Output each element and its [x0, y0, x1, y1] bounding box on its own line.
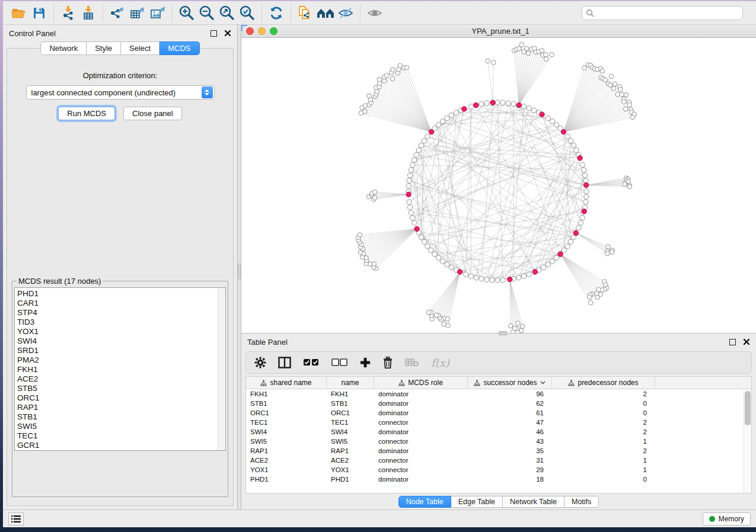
table-scrollbar[interactable]	[744, 390, 751, 493]
add-column-button[interactable]	[360, 357, 371, 368]
column-header-name[interactable]: name	[327, 377, 374, 389]
table-cell[interactable]: connector	[374, 437, 468, 446]
table-settings-button[interactable]	[254, 357, 266, 368]
list-item[interactable]: SWI4	[17, 336, 225, 346]
zoom-selected-button[interactable]	[237, 4, 257, 23]
table-cell[interactable]: SWI4	[327, 427, 374, 437]
table-row[interactable]: PHD1PHD1dominator180	[246, 475, 751, 484]
table-cell[interactable]: 1	[552, 437, 655, 446]
table-cell[interactable]: dominator	[374, 408, 468, 418]
column-header-successor-nodes[interactable]: successor nodes	[468, 377, 552, 389]
table-cell[interactable]: 29	[468, 465, 552, 475]
table-cell[interactable]: connector	[374, 456, 468, 465]
clone-network-button[interactable]	[295, 4, 315, 23]
list-item[interactable]: YOX1	[17, 327, 225, 336]
table-cell[interactable]: dominator	[374, 399, 468, 408]
close-panel-icon[interactable]	[224, 30, 231, 37]
zoom-out-button[interactable]	[197, 4, 217, 23]
table-cell[interactable]: TEC1	[246, 418, 327, 427]
float-panel-icon[interactable]	[729, 339, 736, 345]
table-row[interactable]: SWI5SWI5connector431	[246, 437, 751, 446]
table-cell[interactable]: 46	[468, 427, 552, 437]
table-row[interactable]: ACE2ACE2connector311	[246, 456, 751, 465]
table-cell[interactable]: TEC1	[327, 418, 374, 427]
network-window-titlebar[interactable]: YPA_prune.txt_1	[241, 25, 756, 38]
network-canvas[interactable]	[241, 39, 756, 333]
table-cell[interactable]: STB1	[327, 399, 374, 408]
table-cell[interactable]: 35	[468, 446, 552, 456]
table-cell[interactable]: 0	[552, 408, 655, 418]
tab-motifs[interactable]: Motifs	[564, 496, 599, 508]
table-cell[interactable]: STB1	[246, 399, 327, 408]
list-item[interactable]: SWI5	[17, 422, 225, 431]
table-cell[interactable]: dominator	[374, 475, 468, 484]
table-cell[interactable]: SWI4	[246, 427, 327, 437]
split-view-button[interactable]	[278, 357, 291, 368]
tab-style[interactable]: Style	[87, 41, 121, 55]
list-item[interactable]: SRD1	[17, 346, 225, 355]
tab-select[interactable]: Select	[121, 41, 160, 55]
table-row[interactable]: RAP1RAP1dominator352	[246, 446, 751, 456]
list-item[interactable]: ORC1	[17, 393, 225, 403]
table-cell[interactable]: dominator	[374, 389, 468, 399]
table-cell[interactable]: RAP1	[246, 446, 327, 456]
list-item[interactable]: STB1	[17, 412, 225, 422]
column-header-shared-name[interactable]: shared name	[246, 377, 327, 389]
table-cell[interactable]: 62	[468, 399, 552, 408]
table-row[interactable]: YOX1YOX1connector291	[246, 465, 751, 475]
list-scrollbar[interactable]	[218, 288, 225, 450]
import-network-button[interactable]	[58, 4, 78, 23]
criterion-select[interactable]: largest connected component (undirected)	[26, 85, 215, 100]
table-cell[interactable]: 2	[552, 427, 655, 437]
hide-selected-button[interactable]	[336, 4, 356, 23]
splitter-grip[interactable]	[238, 264, 241, 279]
tab-network[interactable]: Network	[40, 41, 87, 55]
float-panel-icon[interactable]	[210, 30, 217, 37]
table-cell[interactable]: 0	[552, 475, 655, 484]
close-panel-icon[interactable]	[743, 338, 750, 345]
table-cell[interactable]: FKH1	[246, 389, 327, 399]
export-table-button[interactable]	[127, 4, 148, 23]
table-cell[interactable]: SWI5	[327, 437, 374, 446]
function-builder-button[interactable]: f(x)	[431, 357, 449, 369]
deselect-all-button[interactable]	[331, 358, 348, 367]
table-cell[interactable]: ORC1	[327, 408, 374, 418]
zoom-in-button[interactable]	[177, 4, 197, 23]
table-cell[interactable]: 61	[468, 408, 552, 418]
close-panel-button[interactable]: Close panel	[123, 107, 182, 120]
table-cell[interactable]: 96	[468, 389, 552, 399]
list-item[interactable]: TEC1	[17, 431, 225, 441]
table-cell[interactable]: 2	[552, 389, 655, 399]
table-cell[interactable]: SWI5	[246, 437, 327, 446]
list-item[interactable]: GCR1	[17, 441, 225, 450]
select-all-button[interactable]	[303, 358, 320, 367]
table-cell[interactable]: 1	[552, 456, 655, 465]
table-cell[interactable]: 0	[552, 399, 655, 408]
list-item[interactable]: PMA2	[17, 355, 225, 365]
table-cell[interactable]: YOX1	[246, 465, 327, 475]
search-input[interactable]	[596, 9, 739, 17]
table-cell[interactable]: 43	[468, 437, 552, 446]
column-header-predecessor-nodes[interactable]: predecessor nodes	[552, 377, 655, 389]
zoom-fit-button[interactable]	[217, 4, 237, 23]
list-item[interactable]: FKH1	[17, 365, 225, 374]
refresh-layout-button[interactable]	[266, 4, 286, 23]
table-row[interactable]: TEC1TEC1connector472	[246, 418, 751, 427]
tab-edge-table[interactable]: Edge Table	[451, 496, 503, 508]
search-box[interactable]	[582, 6, 743, 20]
memory-button[interactable]: Memory	[703, 512, 751, 525]
table-cell[interactable]: ACE2	[327, 456, 374, 465]
table-cell[interactable]: dominator	[374, 446, 468, 456]
table-row[interactable]: ORC1ORC1dominator610	[246, 408, 751, 418]
table-cell[interactable]: RAP1	[327, 446, 374, 456]
table-cell[interactable]: connector	[374, 418, 468, 427]
list-item[interactable]: STB5	[17, 384, 225, 393]
table-cell[interactable]: ACE2	[246, 456, 327, 465]
network-graph[interactable]	[241, 39, 755, 333]
delete-column-button[interactable]	[382, 357, 393, 368]
list-item[interactable]: RAP1	[17, 403, 225, 412]
table-cell[interactable]: connector	[374, 465, 468, 475]
table-cell[interactable]: 47	[468, 418, 552, 427]
export-network-button[interactable]	[107, 4, 127, 23]
task-history-button[interactable]	[8, 512, 24, 525]
